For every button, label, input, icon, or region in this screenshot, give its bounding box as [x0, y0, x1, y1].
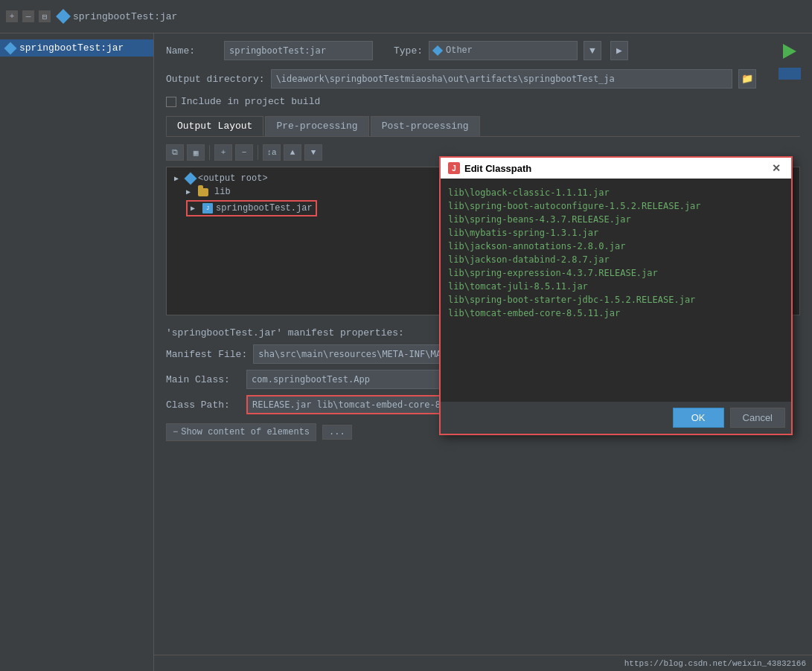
classpath-entry-0: lib\logback-classic-1.1.11.jar [448, 186, 784, 199]
dialog-footer: OK Cancel [441, 402, 791, 434]
dialog-app-icon: J [448, 162, 460, 174]
classpath-entry-7: lib\tomcat-juli-8.5.11.jar [448, 280, 784, 293]
classpath-entry-6: lib\spring-expression-4.3.7.RELEASE.jar [448, 266, 784, 280]
dialog-overlay: J Edit Classpath ✕ lib\logback-classic-1… [0, 0, 812, 671]
classpath-entry-8: lib\spring-boot-starter-jdbc-1.5.2.RELEA… [448, 293, 784, 306]
classpath-entry-2: lib\spring-beans-4.3.7.RELEASE.jar [448, 213, 784, 226]
cancel-button[interactable]: Cancel [730, 408, 785, 428]
dialog-close-button[interactable]: ✕ [769, 162, 784, 174]
edit-classpath-dialog: J Edit Classpath ✕ lib\logback-classic-1… [439, 156, 793, 435]
ok-button[interactable]: OK [673, 408, 724, 428]
dialog-title-bar: J Edit Classpath ✕ [441, 158, 791, 179]
dialog-title-left: J Edit Classpath [448, 162, 531, 174]
classpath-entry-5: lib\jackson-databind-2.8.7.jar [448, 253, 784, 266]
classpath-entry-3: lib\mybatis-spring-1.3.1.jar [448, 226, 784, 240]
dialog-body: lib\logback-classic-1.1.11.jar lib\sprin… [441, 179, 791, 402]
classpath-entry-1: lib\spring-boot-autoconfigure-1.5.2.RELE… [448, 199, 784, 213]
dialog-title-text: Edit Classpath [464, 163, 531, 174]
classpath-entry-4: lib\jackson-annotations-2.8.0.jar [448, 240, 784, 253]
classpath-entry-9: lib\tomcat-embed-core-8.5.11.jar [448, 306, 784, 320]
